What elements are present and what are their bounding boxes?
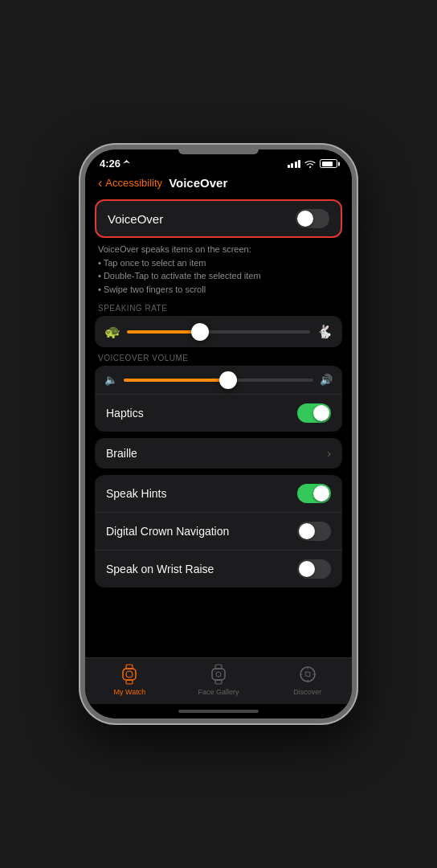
discover-icon [296,663,319,686]
my-watch-tab-label: My Watch [114,688,146,696]
fast-rabbit-icon: 🐇 [317,324,333,339]
digital-crown-thumb [299,523,315,539]
voiceover-volume-slider-row: 🔈 🔊 [95,366,342,395]
svg-point-9 [300,667,315,682]
braille-right: › [327,447,331,460]
voiceover-label: VoiceOver [108,212,163,226]
speak-wrist-label: Speak on Wrist Raise [106,563,214,575]
voiceover-volume-track[interactable] [124,379,313,382]
haptics-label: Haptics [106,407,144,420]
svg-point-4 [126,671,133,678]
my-watch-icon [118,663,141,686]
digital-crown-row[interactable]: Digital Crown Navigation [95,513,342,551]
voiceover-description: VoiceOver speaks items on the screen: • … [95,243,342,296]
haptics-right [297,403,331,423]
face-gallery-icon [207,663,230,686]
status-time: 4:26 [100,158,130,170]
speaking-rate-label: SPEAKING RATE [85,304,352,313]
speak-wrist-right [297,559,331,579]
bottom-toggles-card: Speak Hints Digital Crown Navigation [95,475,342,588]
speak-wrist-toggle[interactable] [297,559,331,579]
tab-discover[interactable]: Discover [263,663,352,696]
back-button[interactable]: ‹ Accessibility [98,177,162,190]
digital-crown-label: Digital Crown Navigation [106,525,229,538]
speaking-rate-track[interactable] [127,330,310,334]
speaking-rate-fill [127,330,200,334]
page-title: VoiceOver [169,176,227,190]
haptics-thumb [313,405,329,421]
battery-icon [320,159,337,168]
voiceover-volume-label: VOICEOVER VOLUME [85,354,352,362]
speaking-rate-thumb[interactable] [191,323,209,341]
phone-frame: 4:26 [80,145,357,723]
speak-hints-row[interactable]: Speak Hints [95,475,342,513]
back-label: Accessibility [105,177,162,189]
bullet-1: • Tap once to select an item [98,258,206,268]
voiceover-toggle-row[interactable]: VoiceOver [95,199,342,238]
wifi-icon [304,160,316,168]
tab-my-watch[interactable]: My Watch [85,663,174,696]
face-gallery-tab-label: Face Gallery [198,688,239,696]
toggle-thumb [297,211,313,227]
speak-hints-toggle[interactable] [297,484,331,503]
bullet-2: • Double-Tap to activate the selected it… [98,271,261,280]
speak-hints-label: Speak Hints [106,487,166,500]
digital-crown-right [297,522,331,541]
svg-rect-5 [212,669,225,680]
speak-hints-thumb [313,485,329,502]
braille-card: Braille › [95,438,342,469]
haptics-toggle[interactable] [297,403,331,423]
content-area: VoiceOver VoiceOver speaks items on the … [85,196,352,657]
slow-turtle-icon: 🐢 [104,324,120,339]
location-icon [123,160,130,167]
home-indicator [85,704,352,719]
signal-bars-icon [288,160,301,168]
tab-bar: My Watch Face Gallery [85,657,352,704]
speak-hints-right [297,484,331,503]
haptics-row[interactable]: Haptics [95,395,342,432]
voiceover-volume-thumb[interactable] [219,371,237,389]
bullet-3: • Swipe two fingers to scroll [98,285,206,294]
speaking-rate-slider-card: 🐢 🐇 [95,316,342,347]
status-icons [288,159,338,168]
home-bar [178,710,259,713]
svg-point-0 [309,166,311,168]
digital-crown-toggle[interactable] [297,522,331,541]
voiceover-volume-card: 🔈 🔊 Haptics [95,366,342,432]
description-text: VoiceOver speaks items on the screen: • … [98,243,339,296]
braille-row[interactable]: Braille › [95,438,342,469]
description-heading: VoiceOver speaks items on the screen: [98,244,251,254]
tab-face-gallery[interactable]: Face Gallery [174,663,263,696]
svg-point-8 [216,672,221,677]
nav-bar: ‹ Accessibility VoiceOver [85,173,352,196]
braille-chevron-icon: › [327,447,331,460]
volume-low-icon: 🔈 [104,374,117,386]
speak-wrist-thumb [299,561,315,577]
time-display: 4:26 [100,158,120,170]
screen: 4:26 [85,149,352,719]
back-chevron-icon: ‹ [98,177,102,190]
speak-wrist-row[interactable]: Speak on Wrist Raise [95,551,342,588]
svg-marker-10 [305,672,310,677]
braille-label: Braille [106,447,137,460]
voiceover-toggle[interactable] [296,209,329,228]
voiceover-volume-fill [124,379,228,382]
volume-high-icon: 🔊 [320,374,333,386]
svg-rect-1 [123,669,136,680]
status-bar: 4:26 [85,149,352,173]
discover-tab-label: Discover [293,688,321,696]
